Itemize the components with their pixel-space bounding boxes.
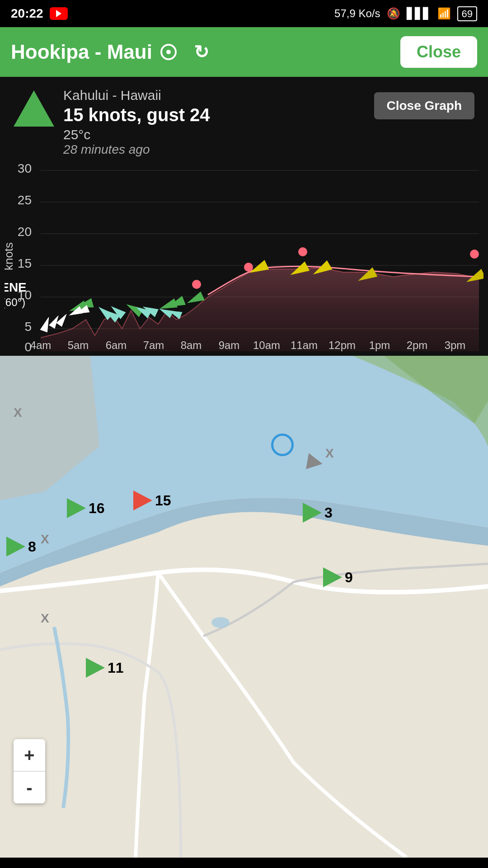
wind-chart: 30 25 20 15 10 5 0 knots ENE (60°) bbox=[0, 157, 488, 356]
svg-text:5: 5 bbox=[24, 320, 32, 334]
svg-text:1pm: 1pm bbox=[369, 339, 390, 351]
green-wind-arrow-16 bbox=[67, 498, 86, 518]
svg-text:4am: 4am bbox=[30, 339, 52, 351]
inactive-marker-4: X bbox=[41, 611, 49, 626]
wind-value-9: 9 bbox=[345, 569, 353, 586]
svg-text:2pm: 2pm bbox=[407, 339, 428, 351]
green-wind-arrow-11 bbox=[86, 658, 105, 678]
svg-text:(60°): (60°) bbox=[5, 296, 25, 308]
svg-text:10am: 10am bbox=[253, 339, 280, 351]
weather-top-row: Kahului - Hawaii 15 knots, gust 24 25°c … bbox=[14, 88, 474, 157]
youtube-icon bbox=[50, 7, 68, 20]
green-wind-arrow-8 bbox=[6, 537, 25, 557]
green-wind-arrow-3 bbox=[303, 503, 322, 523]
svg-text:8am: 8am bbox=[181, 339, 202, 351]
svg-text:15: 15 bbox=[18, 256, 32, 270]
wind-direction-triangle bbox=[14, 90, 54, 127]
location-icon[interactable] bbox=[160, 44, 177, 60]
network-speed: 57,9 Ko/s bbox=[334, 7, 380, 20]
green-wind-arrow-9 bbox=[323, 567, 342, 587]
app-header: Hookipa - Maui ↻ Close bbox=[0, 27, 488, 77]
mute-icon: 🔕 bbox=[387, 7, 400, 20]
wind-marker-8[interactable]: 8 bbox=[6, 537, 36, 557]
weather-text: Kahului - Hawaii 15 knots, gust 24 25°c … bbox=[63, 88, 210, 157]
grey-marker-1[interactable] bbox=[307, 454, 323, 471]
status-left: 20:22 bbox=[11, 6, 68, 21]
weather-panel: Kahului - Hawaii 15 knots, gust 24 25°c … bbox=[0, 77, 488, 157]
status-bar: 20:22 57,9 Ko/s 🔕 ▋▋▋ 📶 69 bbox=[0, 0, 488, 27]
svg-text:6am: 6am bbox=[106, 339, 127, 351]
svg-text:9am: 9am bbox=[219, 339, 240, 351]
svg-point-57 bbox=[211, 617, 230, 628]
wind-marker-3[interactable]: 3 bbox=[303, 503, 333, 523]
wind-marker-16[interactable]: 16 bbox=[67, 498, 105, 518]
wind-value-11: 11 bbox=[108, 660, 124, 676]
zoom-out-button[interactable]: - bbox=[14, 772, 45, 803]
map-container[interactable]: X X X X 15 16 3 8 9 11 + - bbox=[0, 356, 488, 858]
svg-text:5am: 5am bbox=[68, 339, 89, 351]
svg-point-17 bbox=[192, 280, 201, 289]
wind-value-16: 16 bbox=[89, 500, 105, 517]
svg-point-20 bbox=[470, 250, 479, 259]
location-name: Kahului - Hawaii bbox=[63, 88, 210, 103]
zoom-controls: + - bbox=[14, 739, 45, 803]
svg-text:11am: 11am bbox=[291, 339, 318, 351]
battery-display: 69 bbox=[457, 7, 477, 20]
close-graph-button[interactable]: Close Graph bbox=[374, 92, 474, 119]
map-svg bbox=[0, 356, 488, 858]
weather-left: Kahului - Hawaii 15 knots, gust 24 25°c … bbox=[14, 88, 210, 157]
svg-text:knots: knots bbox=[5, 242, 15, 270]
wind-marker-9[interactable]: 9 bbox=[323, 567, 353, 587]
wind-value-8: 8 bbox=[28, 538, 36, 555]
svg-text:30: 30 bbox=[18, 161, 32, 175]
svg-text:ENE: ENE bbox=[5, 280, 27, 294]
svg-text:20: 20 bbox=[18, 225, 32, 239]
selected-station-marker[interactable] bbox=[271, 434, 294, 456]
svg-point-19 bbox=[298, 247, 307, 256]
svg-text:7am: 7am bbox=[143, 339, 164, 351]
wind-value-3: 3 bbox=[324, 505, 333, 521]
svg-text:12pm: 12pm bbox=[328, 339, 356, 351]
status-right: 57,9 Ko/s 🔕 ▋▋▋ 📶 69 bbox=[334, 7, 477, 20]
refresh-icon[interactable]: ↻ bbox=[194, 42, 209, 62]
svg-text:25: 25 bbox=[18, 193, 32, 207]
wind-marker-15[interactable]: 15 bbox=[133, 491, 171, 510]
wind-marker-11[interactable]: 11 bbox=[86, 658, 124, 678]
wind-value-15: 15 bbox=[155, 492, 171, 509]
svg-point-18 bbox=[244, 263, 253, 272]
inactive-marker-3: X bbox=[41, 532, 49, 547]
signal-icon: ▋▋▋ bbox=[407, 7, 431, 20]
time-display: 20:22 bbox=[11, 6, 43, 21]
red-wind-arrow bbox=[133, 491, 152, 510]
svg-text:3pm: 3pm bbox=[445, 339, 466, 351]
app-title: Hookipa - Maui bbox=[11, 41, 152, 63]
close-button[interactable]: Close bbox=[400, 36, 477, 68]
inactive-marker-2: X bbox=[325, 446, 334, 461]
inactive-marker-1: X bbox=[14, 406, 22, 420]
zoom-in-button[interactable]: + bbox=[14, 739, 45, 771]
time-ago: 28 minutes ago bbox=[63, 142, 210, 157]
header-title-area: Hookipa - Maui ↻ bbox=[11, 41, 400, 63]
chart-svg: 30 25 20 15 10 5 0 knots ENE (60°) bbox=[5, 157, 483, 351]
wifi-icon: 📶 bbox=[437, 7, 451, 20]
wind-speed: 15 knots, gust 24 bbox=[63, 105, 210, 125]
temperature: 25°c bbox=[63, 127, 210, 142]
